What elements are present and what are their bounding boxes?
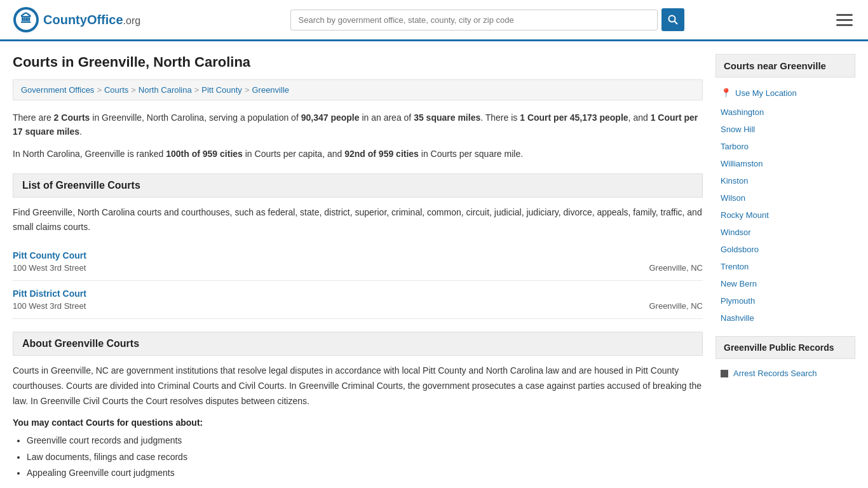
- use-location: 📍 Use My Location: [715, 84, 855, 102]
- nearby-link-item: Goldsboro: [715, 241, 855, 257]
- page-title: Courts in Greenville, North Carolina: [13, 54, 703, 71]
- nearby-link-item: Tarboro: [715, 139, 855, 154]
- court-city-state: Greenville, NC: [649, 301, 703, 311]
- nearby-link-item: Washington: [715, 104, 855, 120]
- nearby-city-link[interactable]: Nashville: [721, 313, 754, 323]
- list-section-header: List of Greenville Courts: [13, 173, 703, 198]
- arrest-records-link[interactable]: Arrest Records Search: [733, 369, 817, 378]
- rank-intro: In North Carolina, Greenville is ranked: [13, 149, 166, 159]
- search-button[interactable]: [661, 8, 684, 31]
- nearby-link-item: Nashville: [715, 310, 855, 326]
- about-section: About Greenville Courts Courts in Greenv…: [13, 332, 703, 481]
- rank-end: in Courts per square mile.: [419, 149, 523, 159]
- nearby-city-link[interactable]: Wilson: [721, 193, 745, 203]
- contact-list-item: Appealing Greenville court judgments: [27, 465, 703, 481]
- nearby-city-link[interactable]: Rocky Mount: [721, 210, 769, 220]
- stats-end: . There is: [480, 112, 520, 123]
- logo-text: CountyOffice.org: [43, 13, 140, 27]
- svg-point-3: [668, 16, 675, 22]
- nearby-city-link[interactable]: Windsor: [721, 227, 751, 237]
- stats-courts: 2 Courts: [54, 112, 90, 123]
- stats-and: , and: [628, 112, 651, 123]
- court-details: 100 West 3rd Street Greenville, NC: [13, 263, 703, 273]
- hamburger-menu-button[interactable]: [834, 11, 855, 29]
- stats-pop: 90,347 people: [301, 112, 360, 123]
- nearby-link-item: Snow Hill: [715, 121, 855, 137]
- stats-intro: There are: [13, 112, 54, 123]
- court-address: 100 West 3rd Street: [13, 263, 86, 273]
- logo-area: 🏛 CountyOffice.org: [13, 6, 140, 33]
- stats-period: .: [79, 126, 82, 137]
- about-section-header: About Greenville Courts: [13, 332, 703, 356]
- nearby-link-item: Williamston: [715, 156, 855, 172]
- search-area: [290, 8, 684, 31]
- court-city-state: Greenville, NC: [649, 263, 703, 273]
- breadcrumb: Government Offices > Courts > North Caro…: [13, 79, 703, 100]
- nearby-city-link[interactable]: Snow Hill: [721, 125, 755, 134]
- record-icon: [721, 370, 728, 377]
- nearby-link-item: Trenton: [715, 259, 855, 274]
- use-location-link[interactable]: Use My Location: [735, 88, 797, 98]
- nearby-link-item: Rocky Mount: [715, 207, 855, 223]
- nearby-city-link[interactable]: Kinston: [721, 176, 748, 186]
- breadcrumb-link-nc[interactable]: North Carolina: [139, 85, 192, 95]
- court-item: Pitt District Court 100 West 3rd Street …: [13, 281, 703, 319]
- stats-block: There are 2 Courts in Greenville, North …: [13, 111, 703, 139]
- nearby-city-link[interactable]: New Bern: [721, 279, 757, 288]
- search-icon: [668, 15, 678, 25]
- rank-per-capita: 100th of 959 cities: [166, 149, 243, 159]
- court-name-link[interactable]: Pitt District Court: [13, 288, 86, 299]
- svg-text:🏛: 🏛: [20, 12, 32, 25]
- nearby-link-item: New Bern: [715, 276, 855, 292]
- nearby-city-link[interactable]: Tarboro: [721, 142, 749, 151]
- list-description: Find Greenville, North Carolina courts a…: [13, 205, 703, 234]
- stats-area: 35 square miles: [414, 112, 480, 123]
- court-name-link[interactable]: Pitt County Court: [13, 250, 86, 261]
- menu-line: [836, 14, 853, 16]
- nearby-city-link[interactable]: Trenton: [721, 262, 749, 271]
- nearby-city-link[interactable]: Williamston: [721, 159, 763, 168]
- nearby-link-item: Wilson: [715, 190, 855, 206]
- about-text: Courts in Greenville, NC are government …: [13, 363, 703, 409]
- breadcrumb-link-pitt[interactable]: Pitt County: [201, 85, 242, 95]
- main-container: Courts in Greenville, North Carolina Gov…: [0, 41, 868, 488]
- location-pin-icon: 📍: [721, 88, 731, 98]
- breadcrumb-separator: >: [245, 85, 250, 95]
- content-area: Courts in Greenville, North Carolina Gov…: [13, 54, 703, 481]
- nearby-city-link[interactable]: Washington: [721, 107, 764, 117]
- stats-per-pop: 1 Court per 45,173 people: [520, 112, 628, 123]
- contact-label: You may contact Courts for questions abo…: [13, 417, 703, 428]
- nearby-link-item: Plymouth: [715, 293, 855, 309]
- contact-list-item: Law documents, filings and case records: [27, 449, 703, 465]
- breadcrumb-link-courts[interactable]: Courts: [104, 85, 128, 95]
- public-records-item: Arrest Records Search: [715, 365, 855, 381]
- nearby-city-link[interactable]: Goldsboro: [721, 245, 759, 254]
- search-input[interactable]: [290, 10, 658, 30]
- stats-mid2: in an area of: [360, 112, 414, 123]
- contact-list: Greenville court records and judgments L…: [27, 433, 703, 481]
- menu-line: [836, 19, 853, 21]
- rank-block: In North Carolina, Greenville is ranked …: [13, 147, 703, 161]
- header: 🏛 CountyOffice.org: [0, 0, 868, 41]
- breadcrumb-link-gov-offices[interactable]: Government Offices: [21, 85, 94, 95]
- rank-mid: in Courts per capita, and: [243, 149, 344, 159]
- nearby-link-item: Kinston: [715, 173, 855, 189]
- sidebar: Courts near Greenville 📍 Use My Location…: [715, 54, 855, 481]
- breadcrumb-separator: >: [194, 85, 200, 95]
- court-details: 100 West 3rd Street Greenville, NC: [13, 301, 703, 311]
- menu-line: [836, 24, 853, 26]
- contact-list-item: Greenville court records and judgments: [27, 433, 703, 449]
- nearby-city-link[interactable]: Plymouth: [721, 296, 755, 306]
- breadcrumb-link-greenville[interactable]: Greenville: [252, 85, 289, 95]
- nearby-courts-title: Courts near Greenville: [715, 54, 855, 78]
- breadcrumb-separator: >: [97, 85, 102, 95]
- public-records-title: Greenville Public Records: [715, 336, 855, 359]
- logo-icon: 🏛: [13, 6, 39, 33]
- breadcrumb-separator: >: [131, 85, 136, 95]
- nearby-link-item: Windsor: [715, 224, 855, 240]
- stats-mid1: in Greenville, North Carolina, serving a…: [90, 112, 301, 123]
- nearby-links-list: Washington Snow Hill Tarboro Williamston…: [715, 104, 855, 326]
- court-item: Pitt County Court 100 West 3rd Street Gr…: [13, 243, 703, 281]
- svg-line-4: [674, 22, 677, 25]
- rank-per-sq: 92nd of 959 cities: [344, 149, 419, 159]
